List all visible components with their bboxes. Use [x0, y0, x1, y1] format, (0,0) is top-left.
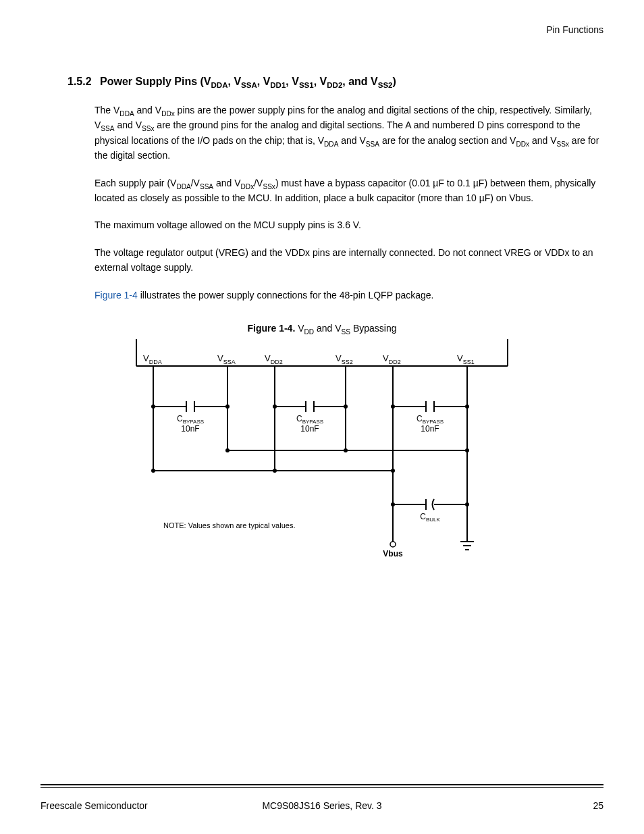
cbypass-label: CBYPASS	[417, 414, 444, 425]
body-paragraph: Figure 1-4 illustrates the power supply …	[95, 288, 603, 303]
footer-docnum: MC9S08JS16 Series, Rev. 3	[41, 800, 603, 811]
running-head: Pin Functions	[41, 24, 603, 35]
body-paragraph: The VDDA and VDDx pins are the power sup…	[95, 103, 603, 163]
pin-label: VDD2	[383, 353, 401, 365]
figure-caption: Figure 1-4. VDD and VSS Bypassing	[41, 323, 603, 334]
cbypass-label: CBYPASS	[296, 414, 323, 425]
svg-point-36	[465, 448, 469, 452]
pin-label: VSS1	[457, 353, 475, 365]
footer-rule	[41, 784, 603, 788]
cbypass-label: CBYPASS	[177, 414, 204, 425]
svg-point-47	[390, 542, 396, 547]
body-paragraph: The voltage regulator output (VREG) and …	[95, 245, 603, 276]
svg-point-39	[273, 469, 277, 473]
svg-point-38	[151, 469, 155, 473]
pin-label: VDDA	[143, 353, 162, 365]
figure-note: NOTE: Values shown are typical values.	[163, 521, 295, 529]
figure-diagram: VDDA VSSA VDD2 VSS2 VDD2 VSS1 CBYPASS 10…	[123, 339, 521, 596]
svg-point-34	[225, 448, 230, 452]
svg-point-35	[344, 448, 348, 452]
vbus-label: Vbus	[383, 549, 403, 558]
section-heading: 1.5.2 Power Supply Pins (VDDA, VSSA, VDD…	[68, 76, 603, 88]
cbypass-value: 10nF	[300, 424, 319, 434]
section-title-text: Power Supply Pins (VDDA, VSSA, VDD1, VSS…	[100, 76, 396, 87]
cbulk-label: CBULK	[420, 512, 440, 523]
cbypass-value: 10nF	[421, 424, 439, 434]
body-paragraph: Each supply pair (VDDA/VSSA and VDDx/VSS…	[95, 176, 603, 206]
pin-label: VSS2	[336, 353, 353, 365]
pin-label: VSSA	[217, 353, 236, 365]
svg-point-40	[391, 469, 395, 473]
section-number: 1.5.2	[68, 76, 92, 87]
pin-label: VDD2	[265, 353, 283, 365]
cbypass-value: 10nF	[181, 424, 199, 434]
body-paragraph: The maximum voltage allowed on the MCU s…	[95, 217, 603, 232]
